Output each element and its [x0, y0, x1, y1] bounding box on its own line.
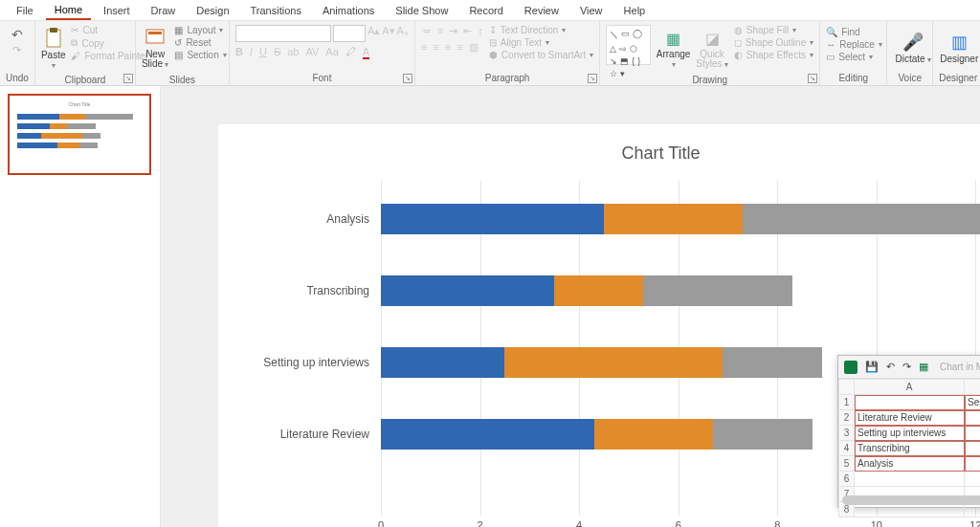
tab-animations[interactable]: Animations — [314, 2, 383, 19]
slide-thumbnail-1[interactable]: Chart Title — [8, 94, 151, 175]
case-button[interactable]: Aa — [325, 46, 338, 59]
font-family-select[interactable] — [235, 25, 331, 42]
underline-button[interactable]: U — [259, 46, 267, 59]
new-slide-button[interactable]: New Slide — [142, 25, 168, 73]
align-text-button[interactable]: ⊟Align Text — [489, 37, 593, 48]
strike-button[interactable]: S — [274, 46, 280, 59]
bar-segment-series-3[interactable] — [643, 275, 791, 306]
bar-segment-series-2[interactable] — [504, 347, 723, 378]
bar-segment-series-3[interactable] — [743, 204, 980, 234]
reset-button[interactable]: ↺Reset — [174, 37, 226, 48]
sheet-undo-icon[interactable]: ↶ — [886, 361, 895, 373]
tab-file[interactable]: File — [8, 2, 42, 19]
italic-button[interactable]: I — [250, 46, 253, 59]
justify-button[interactable]: ≡ — [457, 41, 462, 54]
dictate-button[interactable]: 🎤 Dictate — [893, 25, 933, 71]
designer-button[interactable]: ▥ Designer — [939, 25, 979, 71]
cell[interactable]: 4,3 — [965, 410, 980, 426]
tab-help[interactable]: Help — [615, 2, 655, 19]
arrange-button[interactable]: ▦ Arrange — [657, 25, 691, 73]
row-header[interactable]: 3 — [839, 426, 855, 441]
row-header[interactable]: 4 — [839, 441, 855, 456]
row-header[interactable]: 6 — [839, 472, 855, 487]
shadow-button[interactable]: ab — [287, 46, 299, 59]
drawing-dialog-launcher[interactable]: ↘ — [808, 74, 817, 83]
shape-outline-button[interactable]: ◻Shape Outline — [734, 37, 813, 48]
paragraph-dialog-launcher[interactable]: ↘ — [588, 74, 597, 83]
decrease-font-icon[interactable]: A▾ — [382, 25, 394, 42]
sheet-horizontal-scrollbar[interactable] — [842, 495, 980, 505]
sheet-scroll-thumb[interactable] — [842, 495, 980, 505]
bar-segment-series-3[interactable] — [713, 419, 813, 450]
char-spacing-button[interactable]: AV — [305, 46, 319, 59]
row-header[interactable]: 2 — [839, 410, 855, 426]
numbering-button[interactable]: ≡ — [437, 25, 443, 37]
redo-icon[interactable]: ↷ — [12, 44, 21, 56]
find-button[interactable]: 🔍Find — [826, 27, 880, 37]
list-level-button[interactable]: ⇥ — [449, 25, 457, 37]
font-color-button[interactable]: A — [363, 46, 369, 59]
section-button[interactable]: ▤Section — [174, 50, 226, 60]
cell[interactable]: Analysis — [855, 456, 965, 472]
bar-segment-series-2[interactable] — [594, 419, 713, 450]
highlight-button[interactable]: 🖍 — [345, 46, 356, 59]
tab-transitions[interactable]: Transitions — [242, 2, 310, 19]
bar-segment-series-2[interactable] — [604, 204, 743, 234]
sheet-chart-icon[interactable]: ▦ — [919, 361, 928, 373]
layout-button[interactable]: ▦Layout — [174, 25, 226, 35]
text-direction-button[interactable]: ↧Text Direction — [489, 25, 593, 35]
font-dialog-launcher[interactable]: ↘ — [403, 74, 412, 83]
bold-button[interactable]: B — [235, 46, 243, 59]
select-button[interactable]: ▭Select — [826, 52, 880, 62]
bar-segment-series-1[interactable] — [381, 275, 554, 306]
clear-format-icon[interactable]: Aₓ — [397, 25, 409, 42]
cell[interactable]: 2,5 — [965, 426, 980, 441]
cell[interactable] — [855, 472, 965, 487]
shape-fill-button[interactable]: ◍Shape Fill — [734, 25, 813, 35]
shape-effects-button[interactable]: ◐Shape Effects — [734, 50, 813, 60]
increase-font-icon[interactable]: A▴ — [368, 25, 380, 42]
tab-view[interactable]: View — [571, 2, 612, 19]
tab-slide-show[interactable]: Slide Show — [387, 2, 457, 19]
tab-review[interactable]: Review — [516, 2, 568, 19]
quick-styles-button[interactable]: ◪ Quick Styles — [696, 25, 727, 73]
cell[interactable]: Transcribing — [855, 441, 965, 456]
align-left-button[interactable]: ≡ — [421, 41, 427, 54]
tab-insert[interactable]: Insert — [95, 2, 139, 19]
cell[interactable]: Setting up interviews — [855, 426, 965, 441]
bar-segment-series-1[interactable] — [381, 419, 594, 450]
row-header[interactable]: 5 — [839, 456, 855, 472]
bar-segment-series-2[interactable] — [554, 275, 643, 306]
row-header[interactable]: 1 — [839, 395, 855, 410]
chart-title[interactable]: Chart Title — [247, 143, 980, 164]
col-header[interactable]: A — [855, 380, 965, 395]
chart-data-sheet-window[interactable]: 💾 ↶ ↷ ▦ Chart in Microsoft PowerPoint AB… — [837, 355, 980, 508]
tab-record[interactable]: Record — [460, 2, 511, 19]
smartart-button[interactable]: ⬢Convert to SmartArt — [489, 50, 593, 60]
shapes-gallery[interactable]: ＼▭◯△⇨⬡ ↘⬒{}☆▾ — [606, 25, 651, 65]
slide-canvas[interactable]: Chart Title 02468101214 AnalysisTranscri… — [161, 86, 980, 527]
align-center-button[interactable]: ≡ — [433, 41, 438, 54]
tab-home[interactable]: Home — [46, 1, 91, 20]
cell[interactable]: Literature Review — [855, 410, 965, 426]
bar-segment-series-1[interactable] — [381, 347, 504, 378]
cell[interactable]: Series 1 — [965, 395, 980, 410]
columns-button[interactable]: ▥ — [469, 41, 479, 54]
col-header[interactable]: B — [965, 380, 980, 395]
paste-button[interactable]: Paste — [41, 25, 66, 73]
line-spacing-button[interactable]: ↕ — [478, 25, 483, 37]
bar-segment-series-3[interactable] — [723, 347, 822, 378]
cell[interactable] — [965, 472, 980, 487]
decrease-indent-button[interactable]: ⇤ — [463, 25, 472, 37]
tab-design[interactable]: Design — [188, 2, 237, 19]
replace-button[interactable]: ↔Replace — [826, 39, 880, 50]
align-right-button[interactable]: ≡ — [445, 41, 451, 54]
sheet-save-icon[interactable]: 💾 — [865, 361, 879, 373]
undo-icon[interactable]: ↶ — [11, 27, 23, 42]
bullets-button[interactable]: ≔ — [421, 25, 432, 37]
cell[interactable]: 4,5 — [965, 456, 980, 472]
bar-segment-series-1[interactable] — [381, 204, 604, 234]
cell[interactable] — [855, 395, 965, 410]
font-size-select[interactable] — [333, 25, 366, 42]
clipboard-dialog-launcher[interactable]: ↘ — [123, 74, 133, 83]
